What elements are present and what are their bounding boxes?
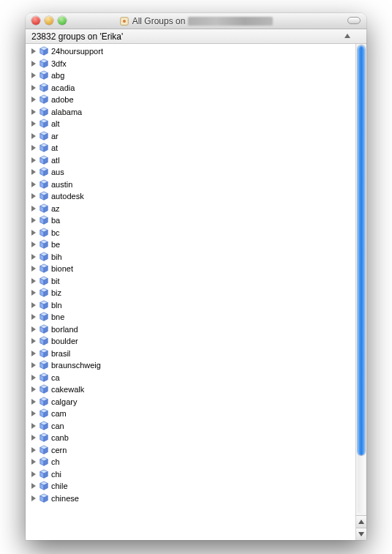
disclosure-triangle-icon[interactable] — [31, 351, 36, 356]
vertical-scrollbar[interactable] — [355, 44, 366, 540]
disclosure-triangle-icon[interactable] — [31, 133, 36, 139]
list-item[interactable]: az — [27, 203, 355, 215]
disclosure-triangle-icon[interactable] — [31, 48, 36, 54]
list-item[interactable]: braunschweig — [27, 359, 355, 372]
list-item[interactable]: chi — [27, 468, 355, 481]
group-label: braunschweig — [51, 361, 101, 370]
list-item[interactable]: atl — [27, 154, 355, 167]
scrollbar-up-button[interactable] — [356, 515, 366, 528]
disclosure-triangle-icon[interactable] — [31, 217, 36, 223]
group-list[interactable]: 24hoursupport 3dfx abg — [26, 44, 355, 540]
minimize-button[interactable] — [45, 16, 53, 25]
disclosure-triangle-icon[interactable] — [31, 447, 36, 453]
disclosure-triangle-icon[interactable] — [31, 326, 36, 332]
list-item[interactable]: be — [27, 239, 355, 251]
close-button[interactable] — [31, 16, 40, 25]
titlebar[interactable]: All Groups on — [26, 13, 366, 29]
disclosure-triangle-icon[interactable] — [31, 85, 36, 91]
group-folder-icon — [39, 312, 49, 322]
disclosure-triangle-icon[interactable] — [31, 121, 36, 127]
toolbar-toggle-lozenge[interactable] — [347, 17, 361, 24]
disclosure-triangle-icon[interactable] — [31, 242, 36, 247]
disclosure-triangle-icon[interactable] — [31, 193, 36, 199]
disclosure-triangle-icon[interactable] — [31, 181, 36, 187]
list-item[interactable]: canb — [27, 432, 355, 444]
disclosure-triangle-icon[interactable] — [31, 423, 36, 429]
disclosure-triangle-icon[interactable] — [31, 145, 36, 151]
list-item[interactable]: chinese — [27, 493, 355, 505]
disclosure-triangle-icon[interactable] — [31, 290, 36, 296]
list-item[interactable]: at — [27, 142, 355, 154]
group-folder-icon — [39, 481, 49, 491]
list-item[interactable]: ca — [27, 372, 355, 384]
list-item[interactable]: cakewalk — [27, 383, 355, 396]
disclosure-triangle-icon[interactable] — [31, 230, 36, 236]
list-item[interactable]: adobe — [27, 94, 355, 106]
list-item[interactable]: ar — [27, 130, 355, 143]
list-item[interactable]: calgary — [27, 396, 355, 408]
disclosure-triangle-icon[interactable] — [31, 157, 36, 163]
disclosure-triangle-icon[interactable] — [31, 495, 36, 501]
disclosure-triangle-icon[interactable] — [31, 266, 36, 272]
disclosure-triangle-icon[interactable] — [31, 411, 36, 416]
group-folder-icon — [39, 469, 49, 479]
disclosure-triangle-icon[interactable] — [31, 399, 36, 405]
list-item[interactable]: bit — [27, 275, 355, 288]
column-header[interactable]: 23832 groups on 'Erika' — [26, 29, 366, 44]
group-label: atl — [51, 156, 60, 165]
list-item[interactable]: 3dfx — [27, 58, 355, 70]
group-folder-icon — [39, 397, 49, 407]
disclosure-triangle-icon[interactable] — [31, 72, 36, 78]
disclosure-triangle-icon[interactable] — [31, 375, 36, 381]
group-label: austin — [51, 180, 72, 189]
list-item[interactable]: ch — [27, 456, 355, 468]
list-item[interactable]: 24hoursupport — [27, 45, 355, 58]
list-item[interactable]: austin — [27, 179, 355, 191]
list-item[interactable]: ba — [27, 214, 355, 227]
list-item[interactable]: aus — [27, 166, 355, 179]
list-item[interactable]: acadia — [27, 82, 355, 94]
list-item[interactable]: alabama — [27, 106, 355, 119]
disclosure-triangle-icon[interactable] — [31, 302, 36, 308]
list-item[interactable]: boulder — [27, 335, 355, 348]
list-item[interactable]: cam — [27, 408, 355, 420]
disclosure-triangle-icon[interactable] — [31, 471, 36, 477]
disclosure-triangle-icon[interactable] — [31, 278, 36, 284]
list-item[interactable]: alt — [27, 118, 355, 130]
group-label: bne — [51, 312, 64, 321]
group-label: bc — [51, 228, 60, 237]
disclosure-triangle-icon[interactable] — [31, 206, 36, 212]
list-item[interactable]: cern — [27, 444, 355, 457]
list-item[interactable]: bih — [27, 251, 355, 263]
disclosure-triangle-icon[interactable] — [31, 61, 36, 67]
disclosure-triangle-icon[interactable] — [31, 254, 36, 260]
group-label: ch — [51, 457, 60, 466]
list-item[interactable]: brasil — [27, 348, 355, 360]
disclosure-triangle-icon[interactable] — [31, 362, 36, 368]
disclosure-triangle-icon[interactable] — [31, 109, 36, 115]
disclosure-triangle-icon[interactable] — [31, 483, 36, 489]
list-item[interactable]: biz — [27, 287, 355, 299]
disclosure-triangle-icon[interactable] — [31, 314, 36, 320]
group-folder-icon — [39, 131, 49, 141]
scrollbar-down-button[interactable] — [356, 528, 366, 540]
list-item[interactable]: borland — [27, 323, 355, 336]
list-item[interactable]: bc — [27, 227, 355, 239]
list-item[interactable]: bionet — [27, 263, 355, 275]
scrollbar-thumb[interactable] — [358, 45, 365, 455]
group-folder-icon — [39, 107, 49, 117]
disclosure-triangle-icon[interactable] — [31, 459, 36, 465]
disclosure-triangle-icon[interactable] — [31, 435, 36, 441]
list-item[interactable]: can — [27, 420, 355, 433]
zoom-button[interactable] — [58, 16, 67, 25]
disclosure-triangle-icon[interactable] — [31, 386, 36, 392]
list-item[interactable]: abg — [27, 70, 355, 82]
list-item[interactable]: autodesk — [27, 190, 355, 203]
list-item[interactable]: bne — [27, 311, 355, 323]
list-item[interactable]: chile — [27, 480, 355, 493]
group-label: 3dfx — [51, 59, 67, 68]
list-item[interactable]: bln — [27, 299, 355, 312]
disclosure-triangle-icon[interactable] — [31, 97, 36, 102]
disclosure-triangle-icon[interactable] — [31, 338, 36, 344]
disclosure-triangle-icon[interactable] — [31, 169, 36, 175]
